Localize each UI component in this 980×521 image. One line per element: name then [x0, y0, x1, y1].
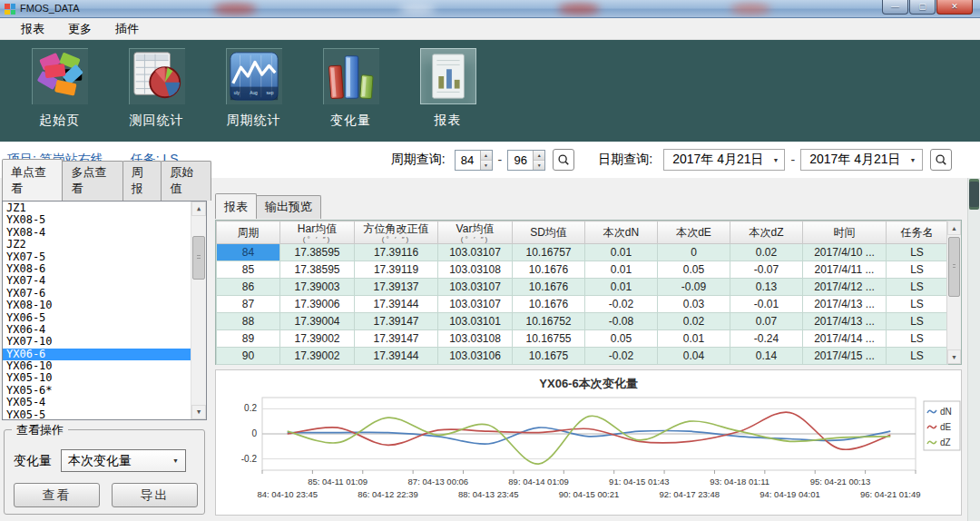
table-cell[interactable]: -0.02 — [585, 296, 658, 313]
table-cell[interactable]: 17.39002 — [280, 348, 355, 365]
table-row[interactable]: 8717.3900617.39144103.0310710.1676-0.020… — [217, 296, 948, 313]
tab-周报[interactable]: 周报 — [122, 161, 162, 201]
table-row[interactable]: 8617.3900317.39137103.0310710.16760.01-0… — [217, 279, 948, 296]
table-cell[interactable]: LS — [887, 296, 948, 313]
list-item[interactable]: JZ1 — [3, 202, 191, 214]
page-scrollbar[interactable] — [967, 178, 980, 521]
cycle-from-value[interactable]: 84 — [456, 151, 480, 170]
table-cell[interactable]: 2017/4/10 ... — [803, 244, 887, 261]
table-cell[interactable]: 17.39144 — [355, 296, 438, 313]
toolbar-button-周期统计[interactable]: ulyAugsep 周期统计 — [209, 48, 299, 142]
table-row[interactable]: 8517.3859517.39119103.0310810.16760.010.… — [217, 261, 948, 279]
date-search-button[interactable] — [930, 149, 952, 171]
table-cell[interactable]: -0.01 — [730, 296, 803, 313]
list-scrollbar[interactable]: ▲ ▼ — [191, 202, 206, 419]
table-cell[interactable]: 17.38595 — [280, 261, 355, 279]
column-header-Var均值[interactable]: Var均值(° ′ ″) — [438, 221, 513, 244]
table-cell[interactable]: 17.39116 — [355, 244, 438, 261]
list-item[interactable]: YX08-5 — [3, 214, 191, 226]
table-cell[interactable]: LS — [887, 279, 948, 296]
table-cell[interactable]: 17.39147 — [355, 330, 438, 348]
table-cell[interactable]: 17.38595 — [280, 244, 355, 261]
table-cell[interactable]: -0.07 — [730, 261, 803, 279]
list-item[interactable]: YX07-4 — [3, 275, 191, 287]
scroll-up-icon[interactable]: ▲ — [947, 221, 961, 235]
close-button[interactable]: ✕ — [936, 0, 973, 15]
table-cell[interactable]: LS — [887, 244, 948, 261]
table-cell[interactable]: 88 — [217, 313, 280, 330]
table-cell[interactable]: -0.02 — [585, 348, 658, 365]
list-item[interactable]: YX07-6 — [3, 288, 191, 300]
tab-输出预览[interactable]: 输出预览 — [256, 195, 321, 219]
table-cell[interactable]: 2017/4/15 ... — [803, 348, 887, 365]
column-header-本次dZ[interactable]: 本次dZ — [730, 221, 803, 244]
table-row[interactable]: 8917.3900217.39147103.0310810.167550.050… — [217, 330, 948, 348]
table-cell[interactable]: 0.13 — [730, 279, 803, 296]
column-header-本次dN[interactable]: 本次dN — [585, 221, 658, 244]
cycle-from-spinner[interactable]: 84 ▲▼ — [455, 150, 493, 171]
column-header-任务名[interactable]: 任务名 — [887, 221, 948, 244]
list-item[interactable]: YX06-10 — [3, 360, 191, 372]
list-item[interactable]: YX08-6 — [3, 263, 191, 275]
table-cell[interactable]: 103.03107 — [438, 244, 513, 261]
table-cell[interactable]: 10.1675 — [513, 348, 585, 365]
column-header-SD均值[interactable]: SD均值 — [513, 221, 585, 244]
menu-item-报表[interactable]: 报表 — [9, 18, 56, 40]
column-header-周期[interactable]: 周期 — [217, 221, 280, 244]
column-header-Har均值[interactable]: Har均值(° ′ ″) — [280, 221, 355, 244]
table-cell[interactable]: 2017/4/13 ... — [803, 296, 887, 313]
spin-up-icon[interactable]: ▲ — [534, 151, 544, 161]
table-cell[interactable]: 0.07 — [730, 313, 803, 330]
table-cell[interactable]: 0.02 — [730, 244, 803, 261]
date-from-select[interactable]: 2017年 4月21日 ▼ — [663, 149, 785, 171]
table-cell[interactable]: 10.1676 — [513, 279, 585, 296]
table-cell[interactable]: LS — [887, 261, 948, 279]
view-button[interactable]: 查看 — [14, 483, 100, 507]
table-cell[interactable]: 84 — [217, 244, 280, 261]
tab-原始值[interactable]: 原始值 — [161, 161, 211, 201]
scroll-down-icon[interactable]: ▼ — [191, 405, 206, 419]
table-cell[interactable]: 17.39119 — [355, 261, 438, 279]
table-cell[interactable]: 17.39144 — [355, 348, 438, 365]
table-cell[interactable]: 17.39147 — [355, 313, 438, 330]
table-cell[interactable]: 103.03108 — [438, 330, 513, 348]
table-cell[interactable]: 10.1676 — [513, 261, 585, 279]
table-cell[interactable]: 0.03 — [658, 296, 730, 313]
table-cell[interactable]: 89 — [217, 330, 280, 348]
table-cell[interactable]: LS — [887, 330, 948, 348]
scroll-thumb[interactable] — [969, 179, 979, 210]
cycle-search-button[interactable] — [553, 149, 574, 171]
table-cell[interactable]: 17.39004 — [280, 313, 355, 330]
table-cell[interactable]: -0.08 — [585, 313, 658, 330]
table-scrollbar[interactable]: ▲ ▼ — [946, 221, 961, 364]
tab-多点查看[interactable]: 多点查看 — [62, 161, 122, 201]
column-header-方位角改正值[interactable]: 方位角改正值(° ′ ″) — [355, 221, 438, 244]
table-cell[interactable]: 103.03107 — [438, 279, 513, 296]
column-header-时间[interactable]: 时间 — [803, 221, 887, 244]
table-cell[interactable]: 10.1676 — [513, 296, 585, 313]
table-cell[interactable]: 0.05 — [585, 330, 658, 348]
table-cell[interactable]: 2017/4/12 ... — [803, 279, 887, 296]
spin-up-icon[interactable]: ▲ — [481, 151, 492, 161]
table-cell[interactable]: -0.09 — [658, 279, 730, 296]
minimize-button[interactable]: — — [882, 0, 908, 15]
list-item[interactable]: YX05-6* — [3, 385, 191, 397]
table-cell[interactable]: 17.39002 — [280, 330, 355, 348]
table-cell[interactable]: LS — [887, 348, 948, 365]
table-cell[interactable]: 87 — [217, 296, 280, 313]
list-item[interactable]: YX06-6 — [3, 349, 191, 360]
list-item[interactable]: YX05-5 — [3, 409, 191, 420]
cycle-to-spinner[interactable]: 96 ▲▼ — [507, 150, 545, 171]
table-cell[interactable]: 0 — [658, 244, 730, 261]
spin-down-icon[interactable]: ▼ — [534, 161, 544, 170]
scroll-up-icon[interactable]: ▲ — [191, 202, 206, 216]
date-to-select[interactable]: 2017年 4月21日 ▼ — [800, 149, 922, 171]
scroll-down-icon[interactable]: ▼ — [947, 349, 961, 364]
table-cell[interactable]: 103.03106 — [438, 348, 513, 365]
table-row[interactable]: 9017.3900217.39144103.0310610.1675-0.020… — [217, 348, 948, 365]
table-cell[interactable]: 90 — [217, 348, 280, 365]
table-cell[interactable]: 10.16755 — [513, 330, 585, 348]
table-cell[interactable]: 0.01 — [585, 261, 658, 279]
table-cell[interactable]: 17.39137 — [355, 279, 438, 296]
table-row[interactable]: 8817.3900417.39147103.0310110.16752-0.08… — [217, 313, 948, 330]
